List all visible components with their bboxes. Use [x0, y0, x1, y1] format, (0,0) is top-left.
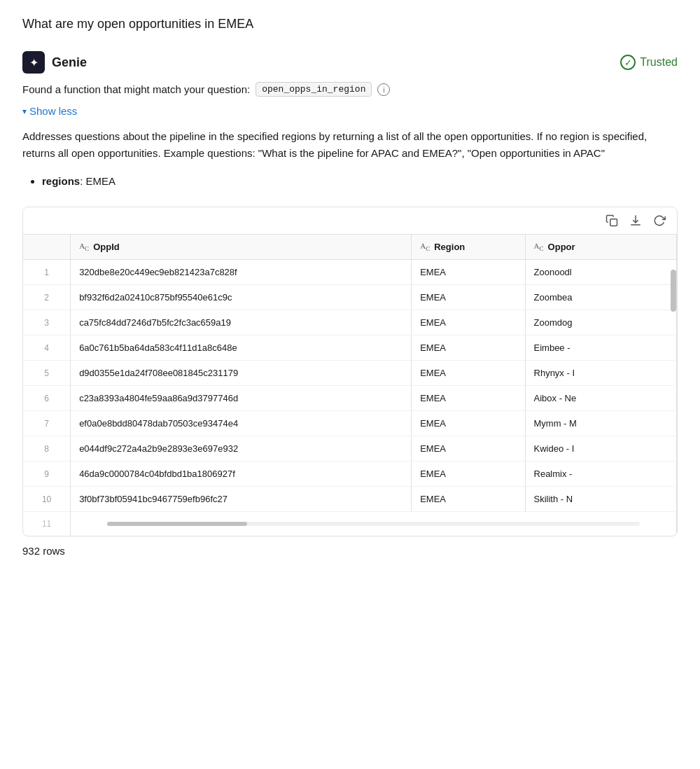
row-opport-cell: Eimbee - [525, 335, 676, 361]
row-opport-cell: Zoonoodl [525, 260, 676, 285]
row-region-cell: EMEA [412, 436, 525, 462]
table-row: 9 46da9c0000784c04bfdbd1ba1806927f EMEA … [23, 462, 677, 487]
row-opport-cell: Realmix - [525, 462, 676, 487]
param-value: EMEA [86, 175, 116, 187]
table-row: 11 [23, 512, 677, 536]
genie-header: ✦ Genie ✓ Trusted [22, 51, 678, 74]
col-type-icon-opport: AC [534, 242, 544, 252]
row-opport-cell: Kwideo - I [525, 436, 676, 462]
table-row: 4 6a0c761b5ba64da583c4f11d1a8c648e EMEA … [23, 335, 677, 361]
row-region-cell: EMEA [412, 487, 525, 512]
row-num-cell: 2 [23, 285, 71, 310]
trusted-circle-icon: ✓ [620, 55, 636, 70]
row-num-cell: 6 [23, 386, 71, 411]
row-num-cell: 11 [23, 512, 71, 536]
table-wrapper: AC OppId AC Region AC [22, 207, 678, 536]
row-region-cell: EMEA [412, 462, 525, 487]
genie-icon: ✦ [22, 51, 45, 74]
copy-icon[interactable] [606, 214, 618, 227]
table-row: 7 ef0a0e8bdd80478dab70503ce93474e4 EMEA … [23, 411, 677, 436]
row-oppid-cell: ef0a0e8bdd80478dab70503ce93474e4 [71, 411, 412, 436]
col-header-opport[interactable]: AC Oppor [525, 235, 676, 260]
scroll-indicator [671, 270, 676, 312]
row-num-cell: 7 [23, 411, 71, 436]
row-num-cell: 10 [23, 487, 71, 512]
row-num-cell: 9 [23, 462, 71, 487]
param-item: regions: EMEA [42, 173, 678, 190]
col-header-oppid[interactable]: AC OppId [71, 235, 412, 260]
page-question: What are my open opportunities in EMEA [22, 17, 678, 32]
row-region-cell: EMEA [412, 260, 525, 285]
row-oppid-cell: 320dbe8e20c449ec9eb821423a7c828f [71, 260, 412, 285]
table-row: 3 ca75fc84dd7246d7b5fc2fc3ac659a19 EMEA … [23, 310, 677, 335]
row-opport-cell: Mymm - M [525, 411, 676, 436]
params-list: regions: EMEA [42, 173, 678, 190]
row-oppid-cell: d9d0355e1da24f708ee081845c231179 [71, 361, 412, 386]
show-less-button[interactable]: ▾ Show less [22, 102, 77, 120]
table-toolbar [23, 207, 677, 235]
param-separator: : [80, 175, 85, 187]
col-label-region: Region [434, 242, 465, 252]
row-opport-cell: Aibox - Ne [525, 386, 676, 411]
row-region-cell: EMEA [412, 285, 525, 310]
row-num-cell: 1 [23, 260, 71, 285]
param-name: regions [42, 175, 80, 187]
data-table: AC OppId AC Region AC [23, 235, 677, 536]
row-region-cell: EMEA [412, 386, 525, 411]
description-text: Addresses questions about the pipeline i… [22, 128, 678, 162]
row-opport-cell: Rhynyx - I [525, 361, 676, 386]
row-num-cell: 3 [23, 310, 71, 335]
row-num-cell: 8 [23, 436, 71, 462]
scrollbar-cell[interactable] [71, 512, 677, 536]
table-row: 2 bf932f6d2a02410c875bf95540e61c9c EMEA … [23, 285, 677, 310]
show-less-label: Show less [29, 105, 77, 117]
trusted-badge: ✓ Trusted [620, 55, 678, 70]
row-opport-cell: Zoomdog [525, 310, 676, 335]
row-oppid-cell: 6a0c761b5ba64da583c4f11d1a8c648e [71, 335, 412, 361]
col-type-icon-region: AC [420, 242, 430, 252]
row-num-cell: 5 [23, 361, 71, 386]
rows-count: 932 rows [22, 545, 678, 557]
col-label-opport: Oppor [548, 242, 575, 252]
row-oppid-cell: 46da9c0000784c04bfdbd1ba1806927f [71, 462, 412, 487]
row-region-cell: EMEA [412, 310, 525, 335]
row-oppid-cell: e044df9c272a4a2b9e2893e3e697e932 [71, 436, 412, 462]
table-row: 1 320dbe8e20c449ec9eb821423a7c828f EMEA … [23, 260, 677, 285]
checkmark-icon: ✓ [624, 57, 632, 68]
chevron-down-icon: ▾ [22, 106, 27, 116]
function-badge[interactable]: open_opps_in_region [255, 82, 372, 97]
row-opport-cell: Skilith - N [525, 487, 676, 512]
found-function-line: Found a function that might match your q… [22, 82, 678, 97]
refresh-icon[interactable] [653, 214, 666, 227]
svg-rect-0 [610, 219, 617, 226]
download-icon[interactable] [629, 214, 642, 227]
row-oppid-cell: c23a8393a4804fe59aa86a9d3797746d [71, 386, 412, 411]
col-header-rownum [23, 235, 71, 260]
table-scroll-container: AC OppId AC Region AC [23, 235, 677, 536]
table-row: 8 e044df9c272a4a2b9e2893e3e697e932 EMEA … [23, 436, 677, 462]
row-num-cell: 4 [23, 335, 71, 361]
row-region-cell: EMEA [412, 411, 525, 436]
row-oppid-cell: ca75fc84dd7246d7b5fc2fc3ac659a19 [71, 310, 412, 335]
col-type-icon-oppid: AC [79, 242, 89, 252]
genie-container: ✦ Genie ✓ Trusted Found a function that … [22, 51, 678, 557]
row-oppid-cell: 3f0bf73bf05941bc9467759efb96fc27 [71, 487, 412, 512]
table-row: 10 3f0bf73bf05941bc9467759efb96fc27 EMEA… [23, 487, 677, 512]
trusted-label: Trusted [640, 56, 678, 69]
row-oppid-cell: bf932f6d2a02410c875bf95540e61c9c [71, 285, 412, 310]
row-region-cell: EMEA [412, 361, 525, 386]
info-icon[interactable]: i [377, 83, 390, 96]
table-row: 6 c23a8393a4804fe59aa86a9d3797746d EMEA … [23, 386, 677, 411]
row-opport-cell: Zoombea [525, 285, 676, 310]
col-label-oppid: OppId [93, 242, 120, 252]
row-region-cell: EMEA [412, 335, 525, 361]
found-function-text: Found a function that might match your q… [22, 83, 250, 95]
genie-name: Genie [52, 55, 87, 70]
col-header-region[interactable]: AC Region [412, 235, 525, 260]
table-row: 5 d9d0355e1da24f708ee081845c231179 EMEA … [23, 361, 677, 386]
genie-title-area: ✦ Genie [22, 51, 87, 74]
